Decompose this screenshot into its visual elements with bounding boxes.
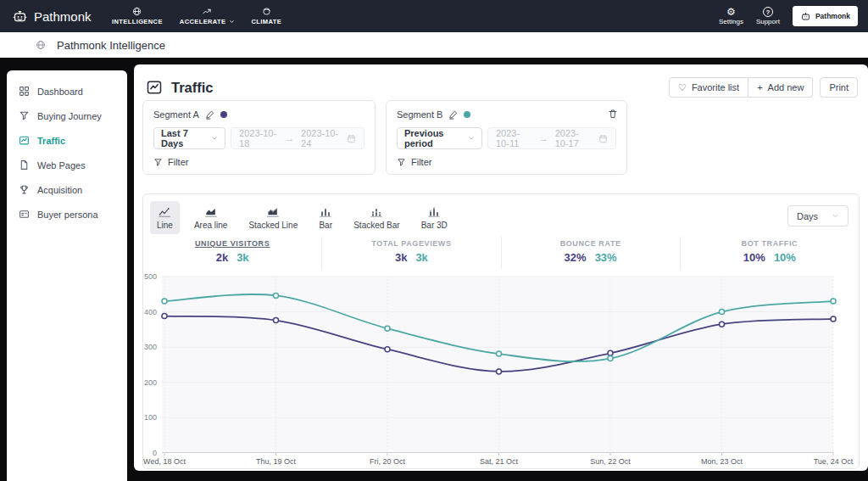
print-button[interactable]: Print (820, 77, 858, 98)
area-chart-type-icon (204, 206, 218, 218)
topnav-utilities: ⚙ Settings ? Support Pathmonk (719, 0, 858, 32)
metric-label: TOTAL PAGEVIEWS (322, 239, 500, 248)
chart-type-line[interactable]: Line (150, 201, 180, 234)
metric-value-segment-a: 10% (743, 251, 765, 264)
brand-logo[interactable]: Pathmonk (0, 8, 92, 25)
stacked-bar-chart-type-icon (370, 206, 383, 218)
chart-type-bar[interactable]: Bar (312, 201, 339, 234)
segment-b-range-select[interactable]: Previous period (397, 127, 482, 149)
pathmonk-account-button[interactable]: Pathmonk (793, 6, 858, 26)
chart-type-bar-3d[interactable]: Bar 3D (415, 201, 454, 234)
trophy-icon (19, 184, 30, 195)
favorite-list-label: Favorite list (692, 82, 739, 92)
x-axis-tick-label: Fri, 20 Oct (370, 457, 405, 466)
document-icon (19, 159, 30, 171)
app-title: Pathmonk Intelligence (57, 39, 165, 52)
support-button[interactable]: ? Support (756, 7, 780, 25)
segment-a-range-select[interactable]: Last 7 Days (153, 127, 225, 149)
chart-type-area-line[interactable]: Area line (187, 201, 234, 234)
funnel-icon (19, 110, 30, 121)
segment-b-filter-button[interactable]: Filter (397, 157, 431, 167)
traffic-chart-icon (146, 79, 163, 96)
metric-value-segment-b: 3k (236, 251, 248, 264)
chevron-down-icon (229, 19, 235, 25)
settings-button[interactable]: ⚙ Settings (719, 7, 743, 25)
add-new-label: Add new (768, 82, 804, 92)
edit-pencil-icon[interactable] (205, 110, 214, 120)
line-chart-icon (19, 135, 30, 146)
metric-unique-visitors[interactable]: UNIQUE VISITORS 2k 3k (143, 237, 321, 269)
x-axis-tick-label: Mon, 23 Oct (701, 457, 743, 466)
metric-label: BOT TRAFFIC (681, 239, 859, 248)
x-axis-tick-label: Thu, 19 Oct (256, 457, 296, 466)
add-new-button[interactable]: + Add new (748, 77, 813, 98)
y-axis-tick-label: 500 (144, 272, 162, 281)
settings-label: Settings (719, 18, 743, 25)
line-chart-type-icon (158, 206, 171, 218)
sidebar-item-web-pages[interactable]: Web Pages (7, 153, 127, 177)
interval-select[interactable]: Days (787, 205, 849, 227)
segment-a-date-range-input[interactable]: 2023-10-18 → 2023-10-24 (231, 127, 364, 149)
chevron-down-icon (468, 135, 475, 142)
segment-a-name: Segment A (153, 109, 199, 120)
intelligence-sphere-icon-gray (36, 40, 46, 50)
nav-item-intelligence[interactable]: INTELLIGENCE (112, 7, 163, 25)
segment-b-date-range-input[interactable]: 2023-10-11 → 2023-10-17 (487, 127, 616, 149)
page-header: Traffic ♡ Favorite list + Add new Print (134, 64, 868, 102)
y-axis-tick-label: 0 (153, 449, 162, 457)
chevron-down-icon (832, 212, 839, 220)
traffic-chart-card: Line Area line Stacked Line (142, 193, 860, 469)
chart-type-label: Bar (319, 221, 332, 230)
edit-pencil-icon[interactable] (448, 110, 458, 120)
segment-b-name: Segment B (397, 109, 442, 120)
metric-bounce-rate[interactable]: BOUNCE RATE 32% 33% (501, 237, 680, 269)
sidebar-item-buying-journey[interactable]: Buying Journey (7, 103, 127, 128)
metric-label: UNIQUE VISITORS (143, 239, 321, 248)
x-axis-tick-label: Sat, 21 Oct (480, 457, 518, 466)
nav-item-climate[interactable]: CLIMATE (252, 7, 282, 25)
sidebar-item-acquisition[interactable]: Acquisition (7, 177, 127, 202)
segment-a-card: Segment A Last 7 Days 2023-10-18 (142, 100, 376, 175)
chart-type-label: Line (157, 221, 173, 230)
y-axis-tick-label: 400 (144, 308, 162, 316)
nav-label: CLIMATE (252, 18, 282, 25)
stacked-line-chart-type-icon (266, 206, 280, 218)
metric-value-segment-a: 2k (216, 251, 228, 264)
sidebar-item-dashboard[interactable]: Dashboard (7, 79, 127, 103)
metric-bot-traffic[interactable]: BOT TRAFFIC 10% 10% (680, 237, 859, 269)
metric-label: BOUNCE RATE (502, 239, 680, 248)
nav-label: ACCELERATE (180, 18, 226, 25)
filter-funnel-icon (397, 158, 406, 167)
chart-type-stacked-bar[interactable]: Stacked Bar (347, 201, 406, 234)
chart-type-selector: Line Area line Stacked Line (150, 201, 852, 234)
traffic-chart-plot[interactable]: 0100200300400500Wed, 18 OctThu, 19 OctFr… (162, 277, 833, 453)
grid-icon (19, 86, 30, 97)
date-from: 2023-10-11 (496, 128, 532, 148)
sidebar-item-buyer-persona[interactable]: Buyer persona (7, 202, 127, 227)
accelerate-trend-icon (202, 7, 212, 16)
sidebar-item-label: Buyer persona (37, 210, 98, 220)
x-axis-tick-label: Tue, 24 Oct (814, 457, 854, 466)
nav-item-accelerate[interactable]: ACCELERATE (180, 7, 235, 25)
chart-type-label: Stacked Bar (353, 221, 399, 230)
chart-type-stacked-line[interactable]: Stacked Line (242, 201, 304, 234)
segment-b-color-dot (464, 111, 470, 118)
question-mark-icon: ? (763, 7, 773, 17)
date-to: 2023-10-17 (555, 128, 592, 148)
brand-name: Pathmonk (34, 9, 92, 24)
page-title: Traffic (171, 80, 214, 96)
delete-segment-trash-icon[interactable] (608, 109, 618, 119)
sidebar-item-traffic[interactable]: Traffic (7, 128, 127, 153)
y-axis-tick-label: 100 (144, 413, 162, 422)
calendar-icon (347, 134, 356, 143)
main-panel: Traffic ♡ Favorite list + Add new Print … (134, 64, 868, 471)
segment-a-filter-button[interactable]: Filter (153, 157, 188, 167)
chart-type-label: Stacked Line (248, 221, 298, 230)
x-axis-tick-label: Wed, 18 Oct (143, 457, 186, 466)
sidebar-item-label: Web Pages (37, 160, 86, 171)
metric-total-pageviews[interactable]: TOTAL PAGEVIEWS 3k 3k (321, 237, 500, 269)
sidebar-item-label: Dashboard (37, 87, 83, 97)
filter-label: Filter (411, 157, 431, 167)
favorite-list-button[interactable]: ♡ Favorite list (669, 77, 748, 98)
sidebar-item-label: Acquisition (37, 185, 82, 195)
